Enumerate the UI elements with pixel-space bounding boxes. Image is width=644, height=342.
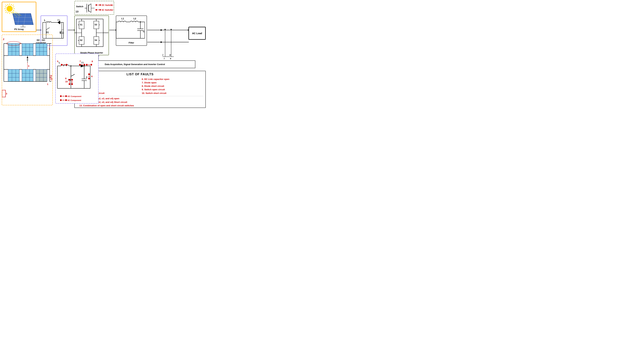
svg-text:OC Component: OC Component bbox=[68, 95, 82, 97]
svg-text:8: 8 bbox=[92, 60, 93, 63]
svg-text:D1: D1 bbox=[81, 61, 84, 64]
main-container: PV Array L D1 C bbox=[0, 0, 208, 111]
svg-point-16 bbox=[7, 6, 12, 11]
svg-point-261 bbox=[65, 99, 67, 101]
svg-point-230 bbox=[84, 65, 85, 66]
svg-line-14 bbox=[13, 10, 14, 11]
svg-text:12: 12 bbox=[111, 9, 113, 11]
svg-text:S3: S3 bbox=[94, 23, 97, 26]
svg-point-235 bbox=[79, 64, 81, 66]
pv-detail-svg: 2 1 3 4 3 1 bbox=[2, 35, 53, 106]
fault-10: 10. Switch short circuit bbox=[142, 92, 203, 95]
acload-label: AC Load bbox=[192, 32, 202, 35]
filter-label: Filter bbox=[129, 41, 134, 44]
inverter-circuit-svg: S1 S3 S2 S4 bbox=[75, 16, 109, 56]
arrow-inverter-filter bbox=[109, 29, 116, 31]
svg-text:9: 9 bbox=[65, 77, 66, 80]
dcdc-detail-svg: L D1 S1 C bbox=[56, 54, 99, 104]
svg-text:Switch: Switch bbox=[76, 5, 83, 8]
svg-text:3: 3 bbox=[6, 92, 7, 95]
data-acq-label: Data Acquisition, Signal Generation and … bbox=[105, 63, 165, 66]
svg-text:3: 3 bbox=[28, 65, 29, 67]
svg-text:L2: L2 bbox=[134, 17, 136, 20]
svg-rect-156 bbox=[8, 69, 19, 81]
svg-point-237 bbox=[84, 64, 85, 66]
svg-rect-151 bbox=[36, 43, 47, 56]
svg-line-12 bbox=[5, 10, 6, 11]
svg-line-13 bbox=[8, 12, 8, 13]
svg-point-129 bbox=[164, 29, 166, 30]
filter-box: L1 L2 C Filter bbox=[116, 15, 147, 46]
svg-text:OC Switch: OC Switch bbox=[102, 4, 112, 6]
svg-rect-161 bbox=[22, 69, 33, 81]
svg-text:D1: D1 bbox=[58, 19, 60, 21]
pv-array-label: PV Array bbox=[14, 28, 24, 30]
svg-point-251 bbox=[88, 73, 90, 75]
svg-line-15 bbox=[11, 12, 12, 13]
svg-line-7 bbox=[6, 11, 7, 13]
svg-line-9 bbox=[8, 4, 8, 5]
svg-text:SC Component: SC Component bbox=[68, 99, 81, 101]
solar-panel-icon bbox=[12, 12, 34, 27]
svg-point-249 bbox=[71, 83, 73, 85]
measurement-lines: i v bbox=[162, 29, 176, 60]
svg-point-118 bbox=[140, 21, 141, 22]
svg-point-245 bbox=[69, 83, 70, 85]
svg-text:10: 10 bbox=[65, 80, 68, 83]
svg-line-8 bbox=[5, 6, 6, 7]
svg-point-65 bbox=[100, 4, 101, 6]
switch-legend-svg: Switch 13 OC Switch 11 SC Switch 12 bbox=[75, 1, 114, 15]
svg-line-218 bbox=[71, 74, 75, 76]
svg-line-6 bbox=[12, 5, 14, 6]
fault-6: 6. DC Link capacitor open bbox=[142, 78, 203, 81]
svg-line-59 bbox=[88, 11, 91, 12]
svg-line-11 bbox=[11, 4, 12, 5]
svg-text:L: L bbox=[44, 19, 46, 21]
fault-8: 8. Diode short circuit bbox=[142, 84, 203, 88]
fault-7: 7. Diode open bbox=[142, 81, 203, 84]
fault-13: 13. Combination of open and short circui… bbox=[77, 104, 203, 108]
svg-point-68 bbox=[96, 9, 97, 10]
svg-line-46 bbox=[46, 28, 50, 30]
svg-text:1: 1 bbox=[47, 83, 48, 85]
svg-point-241 bbox=[90, 64, 92, 66]
svg-text:5: 5 bbox=[57, 60, 58, 63]
svg-text:L1: L1 bbox=[121, 17, 124, 20]
svg-line-10 bbox=[13, 6, 14, 7]
svg-point-239 bbox=[86, 64, 88, 66]
fault-9: 9. Switch open circuit bbox=[142, 88, 203, 91]
svg-marker-189 bbox=[26, 56, 28, 58]
svg-marker-33 bbox=[58, 21, 60, 24]
svg-point-233 bbox=[66, 64, 68, 66]
inverter-box: S1 S3 S2 S4 bbox=[74, 15, 109, 55]
svg-text:6: 6 bbox=[91, 75, 92, 78]
acload-box: AC Load bbox=[188, 27, 206, 40]
svg-text:S2: S2 bbox=[80, 39, 82, 41]
svg-point-229 bbox=[70, 65, 72, 66]
svg-text:SC Switch: SC Switch bbox=[102, 9, 112, 11]
faults-col-2: 6. DC Link capacitor open 7. Diode open … bbox=[142, 78, 203, 95]
svg-text:13: 13 bbox=[76, 10, 78, 13]
svg-rect-204 bbox=[2, 90, 6, 97]
svg-text:v: v bbox=[170, 57, 171, 60]
svg-text:7: 7 bbox=[80, 60, 81, 63]
svg-line-4 bbox=[6, 5, 7, 6]
svg-point-247 bbox=[71, 79, 73, 81]
pv-array-box: PV Array bbox=[2, 2, 36, 32]
svg-text:11: 11 bbox=[111, 4, 113, 6]
svg-text:L: L bbox=[59, 61, 60, 64]
svg-point-259 bbox=[60, 99, 62, 101]
svg-text:i: i bbox=[164, 57, 164, 60]
svg-text:S4: S4 bbox=[94, 39, 97, 41]
arrow-dcdc-inverter bbox=[68, 29, 75, 31]
dcdc-detail-box: L D1 S1 C bbox=[55, 53, 98, 104]
svg-point-231 bbox=[61, 64, 62, 66]
svg-text:C: C bbox=[86, 76, 88, 79]
svg-point-130 bbox=[170, 29, 172, 30]
switch-box: Switch 13 OC Switch 11 SC Switch 12 bbox=[74, 1, 114, 15]
svg-text:1: 1 bbox=[49, 47, 50, 50]
svg-text:2: 2 bbox=[3, 38, 4, 41]
pv-detail-box: 2 1 3 4 3 1 bbox=[2, 34, 53, 105]
svg-point-70 bbox=[100, 9, 101, 10]
svg-text:4: 4 bbox=[50, 76, 51, 79]
